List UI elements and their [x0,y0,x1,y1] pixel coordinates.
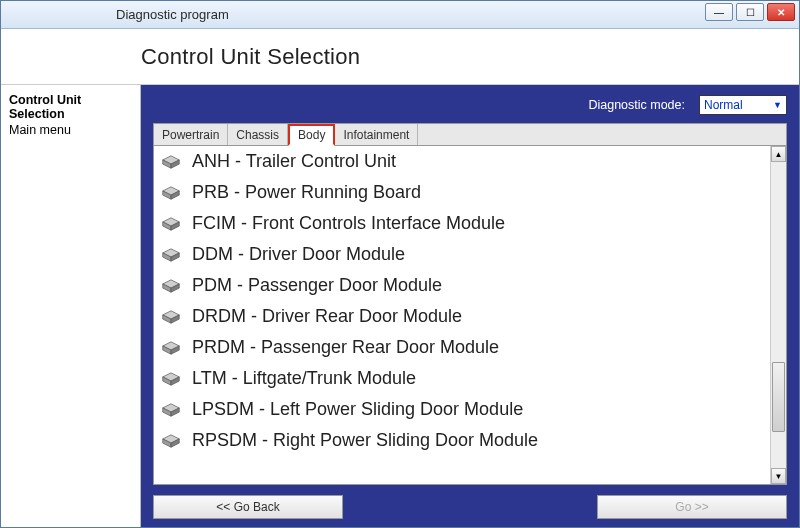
module-label: DDM - Driver Door Module [192,244,405,265]
chip-icon [160,185,182,201]
maximize-button[interactable]: ☐ [736,3,764,21]
chip-icon [160,216,182,232]
tab-chassis[interactable]: Chassis [228,124,288,145]
module-row[interactable]: FCIM - Front Controls Interface Module [154,208,770,239]
module-label: LTM - Liftgate/Trunk Module [192,368,416,389]
module-label: DRDM - Driver Rear Door Module [192,306,462,327]
body-area: Control Unit Selection Main menu Diagnos… [1,85,799,527]
tab-filler [418,124,786,145]
sidebar: Control Unit Selection Main menu [1,85,141,527]
main-pane: Diagnostic mode: Normal ▼ Powertrain Cha… [141,85,799,527]
sidebar-item-mainmenu[interactable]: Main menu [9,123,132,137]
diag-mode-label: Diagnostic mode: [588,98,685,112]
module-row[interactable]: ANH - Trailer Control Unit [154,146,770,177]
window-title: Diagnostic program [116,7,229,22]
module-row[interactable]: DRDM - Driver Rear Door Module [154,301,770,332]
chip-icon [160,402,182,418]
module-row[interactable]: PRDM - Passenger Rear Door Module [154,332,770,363]
chip-icon [160,278,182,294]
tab-strip: Powertrain Chassis Body Infotainment [153,123,787,145]
chip-icon [160,340,182,356]
module-list: ANH - Trailer Control UnitPRB - Power Ru… [154,146,770,484]
close-button[interactable]: ✕ [767,3,795,21]
chip-icon [160,371,182,387]
module-row[interactable]: LPSDM - Left Power Sliding Door Module [154,394,770,425]
header: Control Unit Selection [1,29,799,85]
scroll-down-button[interactable]: ▼ [771,468,786,484]
module-row[interactable]: PDM - Passenger Door Module [154,270,770,301]
sidebar-item-selection[interactable]: Control Unit Selection [9,93,132,121]
footer-row: << Go Back Go >> [153,495,787,519]
chip-icon [160,247,182,263]
tab-powertrain[interactable]: Powertrain [154,124,228,145]
scrollbar[interactable]: ▲ ▼ [770,146,786,484]
go-back-button[interactable]: << Go Back [153,495,343,519]
module-row[interactable]: LTM - Liftgate/Trunk Module [154,363,770,394]
go-button: Go >> [597,495,787,519]
diag-mode-value: Normal [704,98,743,112]
module-label: PRB - Power Running Board [192,182,421,203]
module-label: LPSDM - Left Power Sliding Door Module [192,399,523,420]
tab-body[interactable]: Body [288,124,335,146]
diag-mode-select[interactable]: Normal ▼ [699,95,787,115]
tab-infotainment[interactable]: Infotainment [335,124,418,145]
chip-icon [160,309,182,325]
chip-icon [160,154,182,170]
module-label: FCIM - Front Controls Interface Module [192,213,505,234]
titlebar[interactable]: Diagnostic program — ☐ ✕ [1,1,799,29]
scroll-up-button[interactable]: ▲ [771,146,786,162]
chip-icon [160,433,182,449]
module-list-frame: ANH - Trailer Control UnitPRB - Power Ru… [153,145,787,485]
chevron-down-icon: ▼ [773,100,782,110]
module-label: PDM - Passenger Door Module [192,275,442,296]
app-window: Diagnostic program — ☐ ✕ Control Unit Se… [0,0,800,528]
page-title: Control Unit Selection [141,44,360,70]
diag-mode-row: Diagnostic mode: Normal ▼ [153,95,787,115]
module-row[interactable]: PRB - Power Running Board [154,177,770,208]
module-label: ANH - Trailer Control Unit [192,151,396,172]
scroll-thumb[interactable] [772,362,785,432]
module-row[interactable]: DDM - Driver Door Module [154,239,770,270]
module-row[interactable]: RPSDM - Right Power Sliding Door Module [154,425,770,456]
module-label: PRDM - Passenger Rear Door Module [192,337,499,358]
minimize-button[interactable]: — [705,3,733,21]
module-label: RPSDM - Right Power Sliding Door Module [192,430,538,451]
scroll-track[interactable] [771,162,786,468]
window-controls: — ☐ ✕ [705,3,795,21]
